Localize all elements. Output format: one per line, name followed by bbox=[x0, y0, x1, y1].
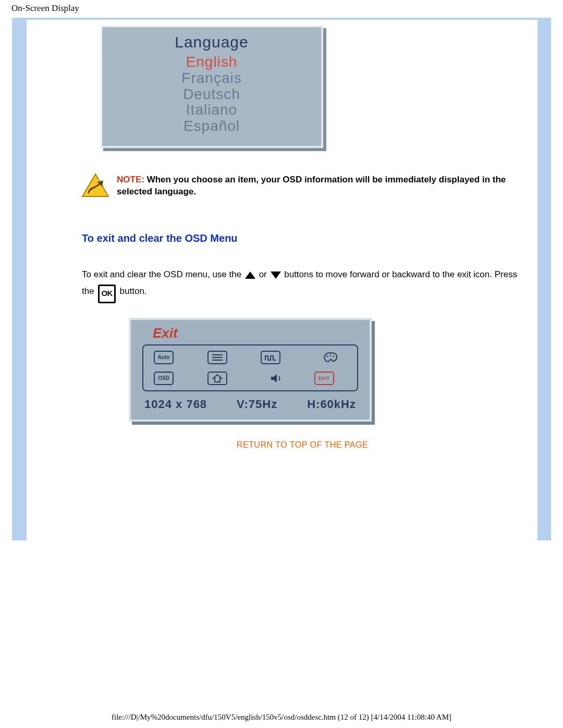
osd-palette-icon bbox=[314, 351, 347, 364]
return-to-top-link[interactable]: RETURN TO TOP OF THE PAGE bbox=[82, 440, 523, 450]
warning-icon bbox=[81, 173, 109, 198]
footer-file-path: file:///D|/My%20documents/dfu/150V5/engl… bbox=[0, 713, 563, 722]
osd-wave-icon bbox=[261, 351, 280, 364]
section-heading: To exit and clear the OSD Menu bbox=[82, 232, 523, 244]
note-text: NOTE: When you choose an item, your OSD … bbox=[117, 174, 523, 198]
instruction-text: To exit and clear the OSD menu, use the … bbox=[82, 266, 523, 303]
osd-status-line: 1024 x 768 V:75Hz H:60kHz bbox=[142, 398, 358, 411]
note-label: NOTE: bbox=[117, 175, 144, 184]
osd-menu-icon bbox=[207, 351, 227, 364]
svg-marker-0 bbox=[82, 174, 108, 196]
up-arrow-icon bbox=[245, 272, 255, 279]
osd-lang-francais: Français bbox=[102, 70, 321, 87]
osd-exit-panel: Exit Auto OSD bbox=[129, 318, 372, 422]
svg-point-6 bbox=[333, 355, 334, 357]
osd-lang-espanol: Español bbox=[102, 118, 321, 134]
instr-or: or bbox=[259, 269, 267, 279]
instr-part-c: button. bbox=[120, 286, 147, 296]
osd-speaker-icon bbox=[261, 372, 293, 385]
osd-auto-icon: Auto bbox=[154, 351, 174, 364]
ok-button-icon: OK bbox=[98, 285, 116, 303]
svg-point-5 bbox=[329, 354, 331, 356]
osd-osd-icon: OSD bbox=[154, 372, 174, 385]
osd-exit-icon: EXIT bbox=[314, 372, 334, 385]
svg-rect-3 bbox=[212, 360, 223, 361]
osd-home-icon bbox=[207, 372, 227, 385]
osd-language-panel: Language English Français Deutsch Italia… bbox=[100, 25, 323, 148]
osd-resolution: 1024 x 768 bbox=[144, 398, 207, 411]
osd-icon-grid: Auto OSD bbox=[142, 344, 358, 391]
content-frame: Language English Français Deutsch Italia… bbox=[12, 18, 551, 540]
page-header: On-Screen Display bbox=[11, 3, 79, 14]
osd-lang-english: English bbox=[102, 54, 321, 70]
svg-rect-1 bbox=[212, 354, 223, 355]
osd-lang-deutsch: Deutsch bbox=[102, 87, 321, 103]
osd-language-title: Language bbox=[102, 33, 321, 51]
osd-vfreq: V:75Hz bbox=[237, 398, 277, 411]
instr-part-a: To exit and clear the OSD menu, use the bbox=[82, 269, 241, 279]
osd-hfreq: H:60kHz bbox=[307, 398, 356, 411]
osd-lang-italiano: Italiano bbox=[102, 102, 321, 118]
page-bottom-edge bbox=[27, 536, 537, 544]
svg-rect-2 bbox=[212, 357, 223, 358]
osd-exit-title: Exit bbox=[153, 325, 358, 341]
down-arrow-icon bbox=[271, 272, 281, 279]
svg-point-4 bbox=[326, 355, 328, 357]
note-body: When you choose an item, your OSD inform… bbox=[117, 175, 506, 196]
note-row: NOTE: When you choose an item, your OSD … bbox=[81, 174, 523, 198]
page-body: Language English Français Deutsch Italia… bbox=[27, 20, 537, 540]
